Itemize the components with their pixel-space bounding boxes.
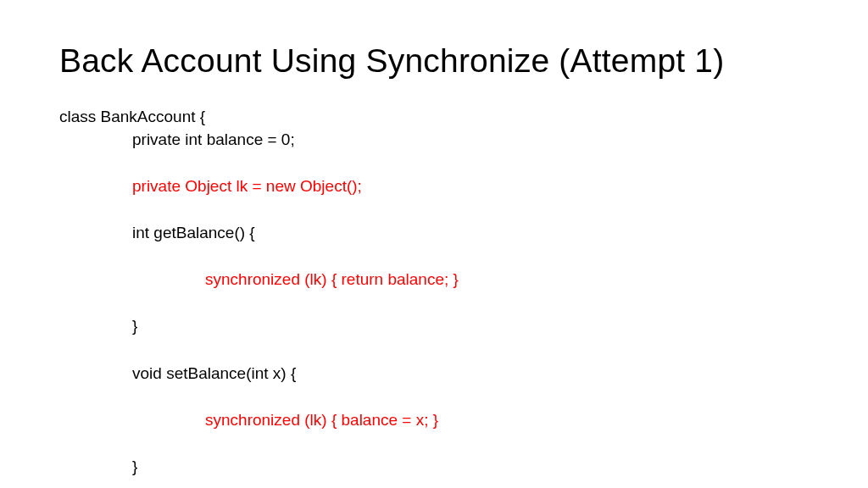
slide-content: Back Account Using Synchronize (Attempt … xyxy=(0,0,868,488)
code-line: int getBalance() { xyxy=(59,221,809,245)
code-line-highlight: synchronized (lk) { balance = x; } xyxy=(59,408,809,432)
code-block: class BankAccount { private int balance … xyxy=(59,81,809,488)
code-line-highlight: private Object lk = new Object(); xyxy=(59,175,809,198)
code-line: class BankAccount { xyxy=(59,108,205,125)
code-line: void setBalance(int x) { xyxy=(59,362,809,385)
code-line-highlight: synchronized (lk) { return balance; } xyxy=(59,268,809,291)
code-line: } xyxy=(59,455,809,479)
slide-title: Back Account Using Synchronize (Attempt … xyxy=(59,42,809,80)
code-line: private int balance = 0; xyxy=(59,128,809,152)
code-line: } xyxy=(59,314,809,338)
